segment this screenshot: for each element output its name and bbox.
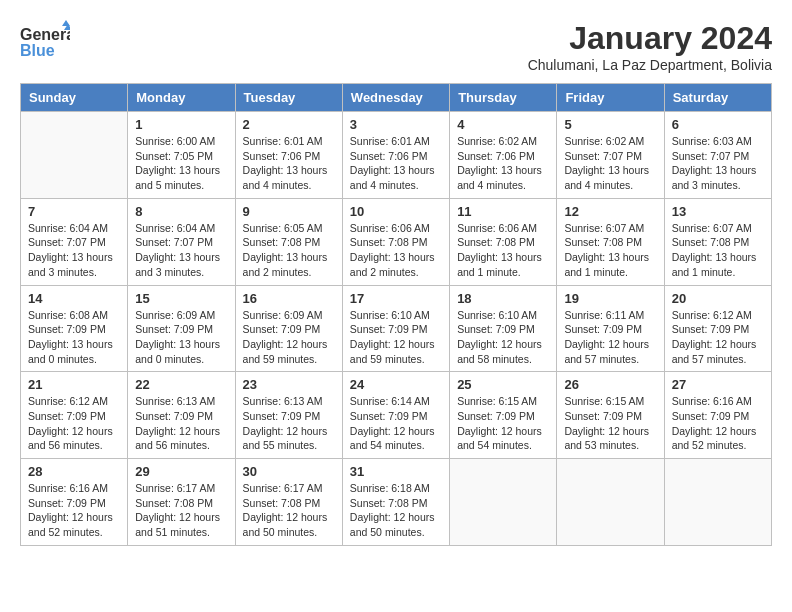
day-number: 20 — [672, 291, 764, 306]
day-cell: 16Sunrise: 6:09 AMSunset: 7:09 PMDayligh… — [235, 285, 342, 372]
day-info: Sunrise: 6:11 AMSunset: 7:09 PMDaylight:… — [564, 308, 656, 367]
logo: General Blue — [20, 20, 70, 69]
day-info: Sunrise: 6:01 AMSunset: 7:06 PMDaylight:… — [350, 134, 442, 193]
day-cell: 11Sunrise: 6:06 AMSunset: 7:08 PMDayligh… — [450, 198, 557, 285]
day-cell: 1Sunrise: 6:00 AMSunset: 7:05 PMDaylight… — [128, 112, 235, 199]
day-info: Sunrise: 6:08 AMSunset: 7:09 PMDaylight:… — [28, 308, 120, 367]
day-number: 13 — [672, 204, 764, 219]
month-title: January 2024 — [528, 20, 772, 57]
day-info: Sunrise: 6:15 AMSunset: 7:09 PMDaylight:… — [564, 394, 656, 453]
day-cell: 7Sunrise: 6:04 AMSunset: 7:07 PMDaylight… — [21, 198, 128, 285]
day-cell: 27Sunrise: 6:16 AMSunset: 7:09 PMDayligh… — [664, 372, 771, 459]
week-row-0: 1Sunrise: 6:00 AMSunset: 7:05 PMDaylight… — [21, 112, 772, 199]
day-info: Sunrise: 6:17 AMSunset: 7:08 PMDaylight:… — [243, 481, 335, 540]
week-row-3: 21Sunrise: 6:12 AMSunset: 7:09 PMDayligh… — [21, 372, 772, 459]
day-number: 9 — [243, 204, 335, 219]
day-cell: 25Sunrise: 6:15 AMSunset: 7:09 PMDayligh… — [450, 372, 557, 459]
day-info: Sunrise: 6:01 AMSunset: 7:06 PMDaylight:… — [243, 134, 335, 193]
day-cell — [557, 459, 664, 546]
day-info: Sunrise: 6:16 AMSunset: 7:09 PMDaylight:… — [672, 394, 764, 453]
day-number: 25 — [457, 377, 549, 392]
day-number: 7 — [28, 204, 120, 219]
day-cell: 21Sunrise: 6:12 AMSunset: 7:09 PMDayligh… — [21, 372, 128, 459]
day-cell: 30Sunrise: 6:17 AMSunset: 7:08 PMDayligh… — [235, 459, 342, 546]
day-cell: 9Sunrise: 6:05 AMSunset: 7:08 PMDaylight… — [235, 198, 342, 285]
day-cell: 5Sunrise: 6:02 AMSunset: 7:07 PMDaylight… — [557, 112, 664, 199]
day-number: 4 — [457, 117, 549, 132]
day-number: 29 — [135, 464, 227, 479]
day-number: 10 — [350, 204, 442, 219]
weekday-friday: Friday — [557, 84, 664, 112]
day-cell — [21, 112, 128, 199]
day-cell: 6Sunrise: 6:03 AMSunset: 7:07 PMDaylight… — [664, 112, 771, 199]
day-cell: 28Sunrise: 6:16 AMSunset: 7:09 PMDayligh… — [21, 459, 128, 546]
day-cell: 18Sunrise: 6:10 AMSunset: 7:09 PMDayligh… — [450, 285, 557, 372]
day-cell: 10Sunrise: 6:06 AMSunset: 7:08 PMDayligh… — [342, 198, 449, 285]
day-number: 18 — [457, 291, 549, 306]
day-info: Sunrise: 6:02 AMSunset: 7:06 PMDaylight:… — [457, 134, 549, 193]
day-cell: 31Sunrise: 6:18 AMSunset: 7:08 PMDayligh… — [342, 459, 449, 546]
day-info: Sunrise: 6:03 AMSunset: 7:07 PMDaylight:… — [672, 134, 764, 193]
day-number: 1 — [135, 117, 227, 132]
day-number: 14 — [28, 291, 120, 306]
weekday-thursday: Thursday — [450, 84, 557, 112]
day-info: Sunrise: 6:06 AMSunset: 7:08 PMDaylight:… — [350, 221, 442, 280]
svg-marker-2 — [62, 20, 70, 26]
day-info: Sunrise: 6:09 AMSunset: 7:09 PMDaylight:… — [243, 308, 335, 367]
day-number: 17 — [350, 291, 442, 306]
weekday-monday: Monday — [128, 84, 235, 112]
week-row-1: 7Sunrise: 6:04 AMSunset: 7:07 PMDaylight… — [21, 198, 772, 285]
weekday-tuesday: Tuesday — [235, 84, 342, 112]
weekday-wednesday: Wednesday — [342, 84, 449, 112]
calendar-body: 1Sunrise: 6:00 AMSunset: 7:05 PMDaylight… — [21, 112, 772, 546]
title-block: January 2024 Chulumani, La Paz Departmen… — [528, 20, 772, 73]
calendar-table: SundayMondayTuesdayWednesdayThursdayFrid… — [20, 83, 772, 546]
weekday-saturday: Saturday — [664, 84, 771, 112]
day-number: 12 — [564, 204, 656, 219]
day-info: Sunrise: 6:13 AMSunset: 7:09 PMDaylight:… — [243, 394, 335, 453]
day-info: Sunrise: 6:14 AMSunset: 7:09 PMDaylight:… — [350, 394, 442, 453]
day-number: 30 — [243, 464, 335, 479]
day-number: 22 — [135, 377, 227, 392]
day-number: 27 — [672, 377, 764, 392]
day-number: 28 — [28, 464, 120, 479]
day-number: 24 — [350, 377, 442, 392]
day-info: Sunrise: 6:12 AMSunset: 7:09 PMDaylight:… — [672, 308, 764, 367]
day-info: Sunrise: 6:09 AMSunset: 7:09 PMDaylight:… — [135, 308, 227, 367]
day-info: Sunrise: 6:16 AMSunset: 7:09 PMDaylight:… — [28, 481, 120, 540]
day-number: 16 — [243, 291, 335, 306]
day-number: 15 — [135, 291, 227, 306]
svg-text:Blue: Blue — [20, 42, 55, 59]
day-info: Sunrise: 6:12 AMSunset: 7:09 PMDaylight:… — [28, 394, 120, 453]
week-row-4: 28Sunrise: 6:16 AMSunset: 7:09 PMDayligh… — [21, 459, 772, 546]
day-cell: 20Sunrise: 6:12 AMSunset: 7:09 PMDayligh… — [664, 285, 771, 372]
day-info: Sunrise: 6:07 AMSunset: 7:08 PMDaylight:… — [672, 221, 764, 280]
day-cell: 2Sunrise: 6:01 AMSunset: 7:06 PMDaylight… — [235, 112, 342, 199]
day-number: 21 — [28, 377, 120, 392]
day-info: Sunrise: 6:05 AMSunset: 7:08 PMDaylight:… — [243, 221, 335, 280]
day-number: 8 — [135, 204, 227, 219]
day-cell — [664, 459, 771, 546]
day-info: Sunrise: 6:17 AMSunset: 7:08 PMDaylight:… — [135, 481, 227, 540]
day-cell: 13Sunrise: 6:07 AMSunset: 7:08 PMDayligh… — [664, 198, 771, 285]
day-cell: 23Sunrise: 6:13 AMSunset: 7:09 PMDayligh… — [235, 372, 342, 459]
day-cell: 26Sunrise: 6:15 AMSunset: 7:09 PMDayligh… — [557, 372, 664, 459]
weekday-header-row: SundayMondayTuesdayWednesdayThursdayFrid… — [21, 84, 772, 112]
day-number: 11 — [457, 204, 549, 219]
day-number: 26 — [564, 377, 656, 392]
day-info: Sunrise: 6:10 AMSunset: 7:09 PMDaylight:… — [350, 308, 442, 367]
day-info: Sunrise: 6:04 AMSunset: 7:07 PMDaylight:… — [28, 221, 120, 280]
day-cell: 29Sunrise: 6:17 AMSunset: 7:08 PMDayligh… — [128, 459, 235, 546]
day-info: Sunrise: 6:18 AMSunset: 7:08 PMDaylight:… — [350, 481, 442, 540]
day-cell: 4Sunrise: 6:02 AMSunset: 7:06 PMDaylight… — [450, 112, 557, 199]
day-cell: 14Sunrise: 6:08 AMSunset: 7:09 PMDayligh… — [21, 285, 128, 372]
day-info: Sunrise: 6:02 AMSunset: 7:07 PMDaylight:… — [564, 134, 656, 193]
logo-icon: General Blue — [20, 20, 70, 65]
day-number: 2 — [243, 117, 335, 132]
day-number: 6 — [672, 117, 764, 132]
svg-text:General: General — [20, 26, 70, 43]
day-cell — [450, 459, 557, 546]
day-info: Sunrise: 6:15 AMSunset: 7:09 PMDaylight:… — [457, 394, 549, 453]
day-cell: 8Sunrise: 6:04 AMSunset: 7:07 PMDaylight… — [128, 198, 235, 285]
day-info: Sunrise: 6:00 AMSunset: 7:05 PMDaylight:… — [135, 134, 227, 193]
